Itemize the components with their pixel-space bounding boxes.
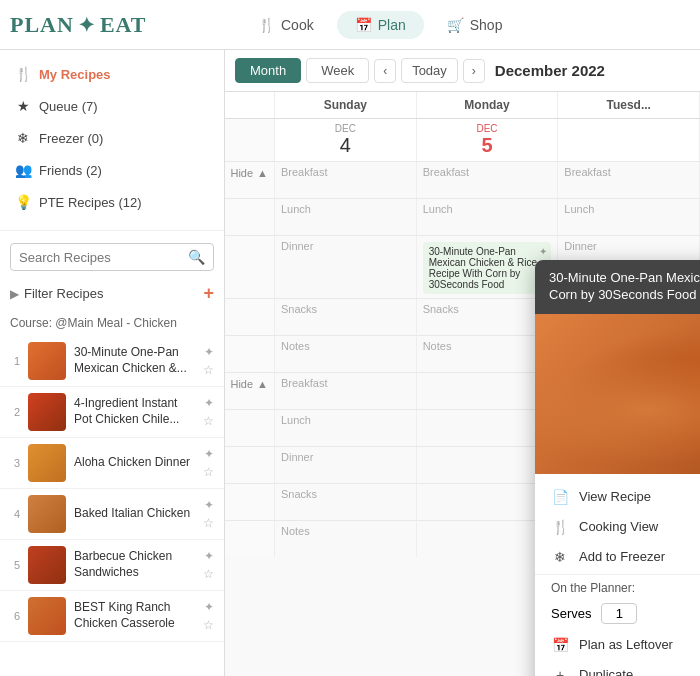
- lunch2-sun: Lunch: [275, 410, 417, 446]
- add-to-freezer-action[interactable]: ❄ Add to Freezer: [535, 542, 700, 572]
- nav-plan-label: Plan: [378, 17, 406, 33]
- add-to-plan-icon[interactable]: ✦: [204, 447, 214, 461]
- add-to-plan-icon[interactable]: ✦: [204, 600, 214, 614]
- search-input[interactable]: [19, 250, 188, 265]
- view-recipe-action[interactable]: 📄 View Recipe: [535, 482, 700, 512]
- add-to-freezer-icon: ❄: [551, 549, 569, 565]
- star-icon[interactable]: ☆: [203, 465, 214, 479]
- sidebar-item-queue[interactable]: ★ Queue (7): [0, 90, 224, 122]
- calendar-date-row: DEC 4 DEC 5: [225, 119, 700, 162]
- sidebar-nav: 🍴 My Recipes ★ Queue (7) ❄ Freezer (0) 👥…: [0, 50, 224, 226]
- star-icon[interactable]: ☆: [203, 567, 214, 581]
- hide-label-2: Hide ▲: [225, 373, 275, 409]
- add-to-plan-icon[interactable]: ✦: [204, 396, 214, 410]
- snacks-cell-sun: Snacks: [275, 299, 417, 335]
- sidebar-item-friends[interactable]: 👥 Friends (2): [0, 154, 224, 186]
- header-spacer: [225, 92, 275, 118]
- friends-icon: 👥: [15, 162, 31, 178]
- filter-add-icon[interactable]: +: [203, 283, 214, 304]
- recipe-info: Aloha Chicken Dinner: [74, 455, 195, 471]
- prev-month-button[interactable]: ‹: [374, 59, 396, 83]
- sidebar-item-label: Queue (7): [39, 99, 98, 114]
- list-item[interactable]: 4 Baked Italian Chicken ✦ ☆: [0, 489, 224, 540]
- course-label: Course: @Main Meal - Chicken: [0, 312, 224, 336]
- calendar-toolbar: Month Week ‹ Today › December 2022: [225, 50, 700, 92]
- sidebar: 🍴 My Recipes ★ Queue (7) ❄ Freezer (0) 👥…: [0, 50, 225, 676]
- calendar-recipe-card[interactable]: 30-Minute One-Pan Mexican Chicken & Rice…: [423, 242, 552, 294]
- nav-tab-shop[interactable]: 🛒 Shop: [429, 11, 521, 39]
- sidebar-item-label: Freezer (0): [39, 131, 103, 146]
- cooking-view-action[interactable]: 🍴 Cooking View: [535, 512, 700, 542]
- hide-caret-icon-2: ▲: [257, 378, 268, 390]
- month-label: December 2022: [495, 62, 605, 79]
- dinner-cell-sun: Dinner: [275, 236, 417, 298]
- week-view-button[interactable]: Week: [306, 58, 369, 83]
- month-view-button[interactable]: Month: [235, 58, 301, 83]
- hide-caret-icon: ▲: [257, 167, 268, 179]
- recipe-name: Baked Italian Chicken: [74, 506, 195, 522]
- next-month-button[interactable]: ›: [463, 59, 485, 83]
- dinner2-label: [225, 447, 275, 483]
- calendar-panel: Month Week ‹ Today › December 2022 Sunda…: [225, 50, 700, 676]
- lunch2-label: [225, 410, 275, 446]
- popup-divider-1: [535, 574, 700, 575]
- view-recipe-icon: 📄: [551, 489, 569, 505]
- recipe-food-image: [535, 314, 700, 474]
- recipe-actions: ✦ ☆: [203, 549, 214, 581]
- date-month-mon: DEC: [423, 123, 552, 134]
- star-icon[interactable]: ☆: [203, 618, 214, 632]
- nav-tab-plan[interactable]: 📅 Plan: [337, 11, 424, 39]
- hide-label-1: Hide ▲: [225, 162, 275, 198]
- filter-arrow-icon: ▶: [10, 287, 19, 301]
- recipe-actions: ✦ ☆: [203, 498, 214, 530]
- lunch-cell-tue: Lunch: [558, 199, 700, 235]
- filter-section[interactable]: ▶ Filter Recipes +: [0, 279, 224, 312]
- list-item[interactable]: 3 Aloha Chicken Dinner ✦ ☆: [0, 438, 224, 489]
- add-to-plan-icon[interactable]: ✦: [204, 549, 214, 563]
- star-icon[interactable]: ☆: [203, 363, 214, 377]
- recipe-thumbnail: [28, 495, 66, 533]
- recipe-num: 2: [10, 406, 20, 418]
- duplicate-icon: +: [551, 667, 569, 676]
- recipe-actions: ✦ ☆: [203, 600, 214, 632]
- recipe-name: BEST King Ranch Chicken Casserole: [74, 600, 195, 631]
- my-recipes-icon: 🍴: [15, 66, 31, 82]
- logo-text: PLAN: [10, 12, 74, 38]
- nav-cook-label: Cook: [281, 17, 314, 33]
- list-item[interactable]: 1 30-Minute One-Pan Mexican Chicken &...…: [0, 336, 224, 387]
- pte-icon: 💡: [15, 194, 31, 210]
- hide-text[interactable]: Hide: [230, 167, 253, 179]
- nav-tab-cook[interactable]: 🍴 Cook: [240, 11, 332, 39]
- dinner-row-label: [225, 236, 275, 298]
- recipe-popup: 30-Minute One-Pan Mexican Chicken & Rice…: [535, 260, 700, 676]
- cook-icon: 🍴: [258, 17, 275, 33]
- on-planner-label: On the Planner:: [535, 577, 700, 599]
- sidebar-item-freezer[interactable]: ❄ Freezer (0): [0, 122, 224, 154]
- star-icon[interactable]: ☆: [203, 414, 214, 428]
- snacks-row-label: [225, 299, 275, 335]
- sidebar-item-my-recipes[interactable]: 🍴 My Recipes: [0, 58, 224, 90]
- sidebar-item-pte[interactable]: 💡 PTE Recipes (12): [0, 186, 224, 218]
- serves-input[interactable]: [601, 603, 637, 624]
- today-button[interactable]: Today: [401, 58, 458, 83]
- recipe-info: 4-Ingredient Instant Pot Chicken Chile..…: [74, 396, 195, 427]
- star-icon[interactable]: ☆: [203, 516, 214, 530]
- list-item[interactable]: 2 4-Ingredient Instant Pot Chicken Chile…: [0, 387, 224, 438]
- duplicate-label: Duplicate: [579, 667, 633, 676]
- main-content: 🍴 My Recipes ★ Queue (7) ❄ Freezer (0) 👥…: [0, 50, 700, 676]
- plan-as-leftover-action[interactable]: 📅 Plan as Leftover: [535, 630, 700, 660]
- hide-text-2[interactable]: Hide: [230, 378, 253, 390]
- list-item[interactable]: 5 Barbecue Chicken Sandwiches ✦ ☆: [0, 540, 224, 591]
- recipe-actions: ✦ ☆: [203, 447, 214, 479]
- header: PLAN ✦ EAT 🍴 Cook 📅 Plan 🛒 Shop: [0, 0, 700, 50]
- duplicate-action[interactable]: + Duplicate: [535, 660, 700, 676]
- add-to-plan-icon[interactable]: ✦: [204, 345, 214, 359]
- calendar-date-tue: [558, 119, 700, 161]
- list-item[interactable]: 6 BEST King Ranch Chicken Casserole ✦ ☆: [0, 591, 224, 642]
- recipe-num: 5: [10, 559, 20, 571]
- tuesday-header: Tuesd...: [558, 92, 700, 118]
- add-to-plan-icon[interactable]: ✦: [204, 498, 214, 512]
- calendar-header-row: Sunday Monday Tuesd...: [225, 92, 700, 119]
- date-spacer: [225, 119, 275, 161]
- recipe-thumbnail: [28, 342, 66, 380]
